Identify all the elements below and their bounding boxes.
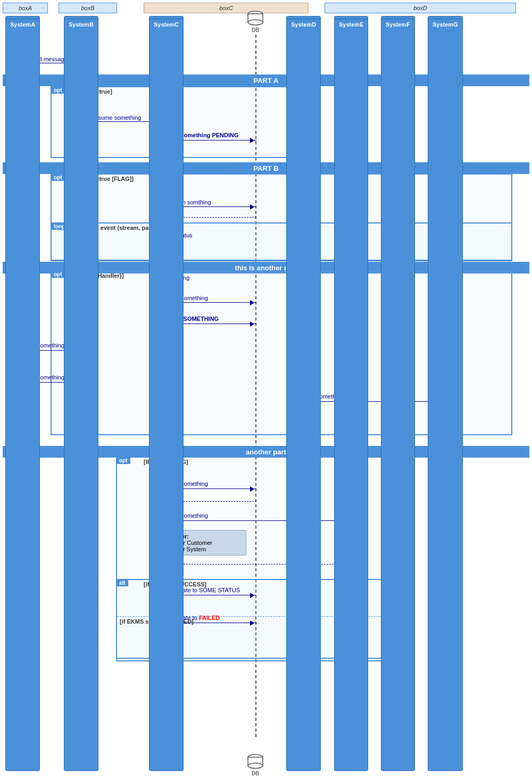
arrow-c-to-e xyxy=(170,520,352,521)
actor-sysG-bottom: SystemG xyxy=(428,19,463,771)
svg-point-5 xyxy=(248,763,263,768)
actor-sysC-bottom: SystemC xyxy=(149,19,184,771)
db-icon-bottom: DB xyxy=(242,754,269,776)
actor-sysF-bottom: SystemF xyxy=(381,19,415,771)
arrow-e-to-c-return xyxy=(170,564,352,565)
box-group-c: boxC xyxy=(144,3,309,13)
db-icon-top: DB xyxy=(242,11,269,33)
fragment-label-opt-2: opt xyxy=(51,174,65,181)
actor-sysA-bottom: SystemA xyxy=(5,19,40,771)
arrow-d-to-g xyxy=(303,401,446,402)
actor-sysD-bottom: SystemD xyxy=(286,19,321,771)
svg-point-2 xyxy=(248,20,263,25)
box-group-b: boxB xyxy=(59,3,117,13)
fragment-label-opt-1: opt xyxy=(51,87,65,94)
diagram-container: boxA boxB boxC boxD SystemA SystemB Syst… xyxy=(0,0,532,779)
fragment-label-alt: alt xyxy=(117,579,128,586)
box-group-a: boxA xyxy=(3,3,48,13)
failed-text: FAILED xyxy=(199,615,220,621)
box-group-d: boxD xyxy=(325,3,516,13)
fragment-label-opt-4: opt xyxy=(117,457,130,464)
fragment-label-opt-3: opt xyxy=(51,271,65,278)
actor-sysB-bottom: SystemB xyxy=(64,19,98,771)
actor-sysE-bottom: SystemE xyxy=(334,19,368,771)
